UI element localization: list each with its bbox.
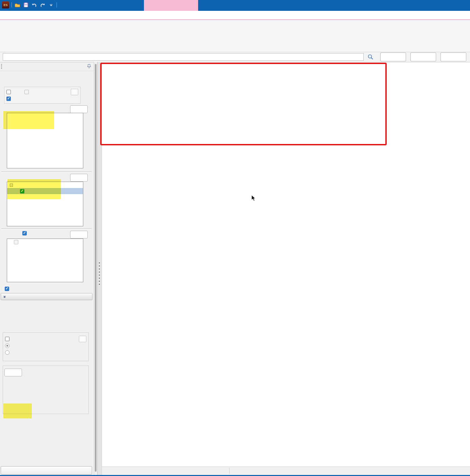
search-icon[interactable]	[365, 53, 376, 61]
tree-collapse-icon[interactable]: −	[10, 184, 13, 187]
app-logo-icon[interactable]: ES	[2, 1, 9, 8]
divider	[229, 468, 230, 474]
maxmin-only-radio[interactable]	[5, 344, 9, 348]
run-tree-root[interactable]: −	[7, 182, 83, 188]
pdf-help-button[interactable]	[410, 53, 436, 61]
quick-access-toolbar: ES	[2, 1, 57, 8]
run-tree-item-average[interactable]	[7, 194, 83, 200]
app-window: ES	[0, 0, 470, 476]
close-button[interactable]	[454, 0, 469, 11]
open-file-icon[interactable]	[14, 2, 20, 8]
query-onoff-button[interactable]	[70, 231, 88, 239]
pin-icon[interactable]	[87, 64, 91, 70]
numeric-display2-checkbox[interactable]	[5, 337, 9, 341]
navigation-panel-header	[0, 62, 94, 71]
status-bar	[101, 467, 470, 475]
run-tree-item-run1[interactable]	[7, 188, 83, 194]
divider	[1, 228, 92, 230]
web-help-button[interactable]	[380, 53, 406, 61]
splitter-grip-icon	[99, 263, 100, 286]
keyword-search-input[interactable]	[3, 53, 364, 61]
numeric-display2-more-button[interactable]	[79, 336, 86, 342]
scale-consider-checkbox[interactable]	[5, 287, 9, 291]
3d-display-checkbox[interactable]	[6, 90, 11, 94]
ribbon-tab-row	[0, 11, 470, 20]
all-query-row	[22, 231, 28, 235]
view-options-box	[4, 87, 81, 104]
chevron-down-icon: »	[2, 295, 7, 298]
undo-icon[interactable]	[31, 2, 37, 8]
run-onoff-button[interactable]	[70, 174, 88, 182]
frame-query-checkbox[interactable]	[14, 240, 18, 244]
navigation-links	[0, 71, 94, 73]
add-to-report-list-button[interactable]	[1, 466, 92, 475]
grip-icon	[1, 64, 2, 69]
scale-consider-row	[5, 287, 11, 291]
fem-context-tab[interactable]	[144, 0, 198, 11]
divider	[1, 171, 92, 173]
separator	[57, 2, 57, 7]
ribbon	[0, 19, 470, 52]
extract-key-list	[7, 113, 83, 168]
table-settings-grid	[3, 376, 88, 378]
separator	[12, 2, 12, 7]
minimize-button[interactable]	[423, 0, 438, 11]
redo-icon[interactable]	[40, 2, 46, 8]
run1-checkbox[interactable]	[20, 189, 24, 193]
title-bar: ES	[0, 0, 470, 11]
maximize-button[interactable]	[438, 0, 454, 11]
query-list	[7, 239, 83, 282]
display-settings-box	[3, 332, 89, 361]
section-force-header[interactable]: »	[1, 293, 92, 300]
numeric-display-checkbox[interactable]	[24, 90, 29, 94]
numeric-display-more-button[interactable]	[71, 89, 78, 95]
save-icon[interactable]	[23, 2, 29, 8]
table-display-settings-box	[3, 366, 89, 414]
table-settings-onoff-button[interactable]	[4, 369, 22, 376]
table-display-checkbox[interactable]	[6, 97, 11, 101]
all-query-checkbox[interactable]	[22, 231, 27, 235]
extract-key-onoff-button[interactable]	[70, 105, 88, 113]
same-as-table-radio[interactable]	[5, 350, 9, 355]
panel-splitter[interactable]	[97, 62, 102, 475]
results-area	[101, 62, 470, 467]
navigation-panel: − »	[0, 62, 94, 475]
run-tree: −	[7, 182, 83, 226]
query-list-item[interactable]	[7, 239, 83, 245]
search-row	[0, 52, 470, 62]
quick-access-dropdown-icon[interactable]	[48, 2, 54, 8]
chm-help-button[interactable]	[441, 53, 466, 61]
